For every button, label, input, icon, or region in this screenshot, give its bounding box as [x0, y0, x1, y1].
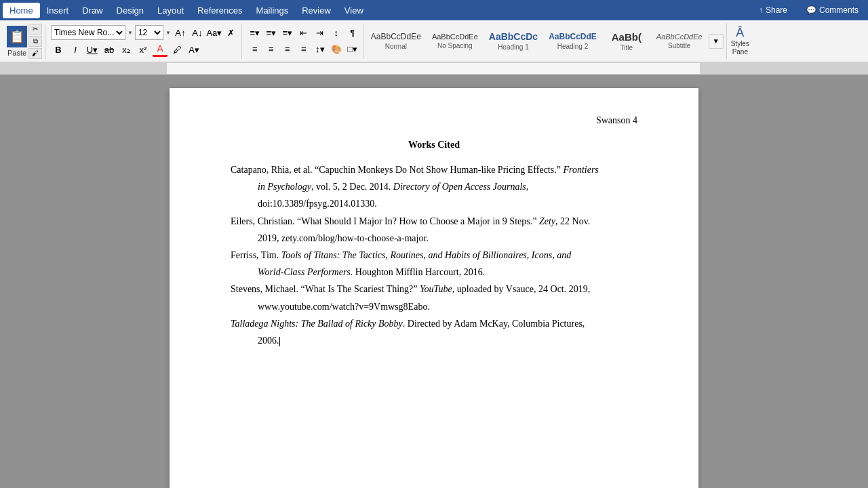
- main-area: Swanson 4 Works Cited Catapano, Rhia, et…: [0, 75, 868, 488]
- entry-3-line1: Ferriss, Tim. Tools of Titans: The Tacti…: [231, 247, 637, 264]
- style-h1-label: Heading 1: [498, 43, 529, 51]
- style-subtitle[interactable]: AaBbCcDdEe Subtitle: [652, 30, 707, 52]
- decrease-indent-button[interactable]: ⇤: [296, 26, 311, 41]
- header-text: Swanson 4: [596, 115, 637, 125]
- align-center-button[interactable]: ≡: [264, 42, 279, 57]
- style-subtitle-preview: AaBbCcDdEe: [656, 33, 703, 41]
- font-shrink-button[interactable]: A↓: [190, 25, 205, 40]
- underline-button[interactable]: U▾: [85, 42, 100, 57]
- clear-formatting-button[interactable]: ✗: [224, 25, 239, 40]
- align-left-button[interactable]: ≡: [248, 42, 262, 57]
- borders-button[interactable]: □▾: [345, 42, 360, 57]
- entry-2[interactable]: Eilers, Christian. “What Should I Major …: [231, 213, 637, 247]
- menu-layout[interactable]: Layout: [151, 3, 191, 18]
- style-title-preview: AaBb(: [612, 31, 642, 43]
- entry-3[interactable]: Ferriss, Tim. Tools of Titans: The Tacti…: [231, 247, 637, 281]
- entry-4-line1: Stevens, Michael. “What Is The Scariest …: [231, 281, 637, 298]
- menu-draw[interactable]: Draw: [75, 3, 109, 18]
- toolbar: 📋 Paste ✂ ⧉ 🖌 Times New Ro... ▼ 12 ▼ A↑ …: [0, 20, 868, 62]
- font-color-button[interactable]: A: [153, 42, 167, 57]
- paragraph-group: ≡▾ ≡▾ ≡▾ ⇤ ⇥ ↕ ¶ ≡ ≡ ≡ ≡ ↕▾ 🎨 □▾: [245, 24, 363, 59]
- increase-indent-button[interactable]: ⇥: [313, 26, 328, 41]
- clipboard-group: 📋 Paste ✂ ⧉ 🖌: [4, 24, 45, 59]
- shading-button[interactable]: 🎨: [329, 42, 344, 57]
- font-grow-button[interactable]: A↑: [173, 25, 188, 40]
- style-h2-preview: AaBbCcDdE: [549, 32, 597, 41]
- document-page[interactable]: Swanson 4 Works Cited Catapano, Rhia, et…: [170, 88, 698, 488]
- style-title-label: Title: [620, 44, 633, 52]
- entry-3-line2: World-Class Performers. Houghton Mifflin…: [231, 264, 637, 281]
- styles-pane-button[interactable]: Ā StylesPane: [726, 23, 753, 59]
- style-h2-label: Heading 2: [557, 43, 589, 50]
- align-right-button[interactable]: ≡: [280, 42, 295, 57]
- font-row2: B I U▾ ab x₂ x² A 🖊 A▾: [51, 42, 239, 57]
- paste-button[interactable]: 📋 Paste: [7, 26, 27, 57]
- menu-view[interactable]: View: [338, 3, 370, 18]
- styles-gallery: AaBbCcDdEe Normal AaBbCcDdEe No Spacing …: [366, 22, 724, 60]
- line-spacing-button[interactable]: ↕▾: [313, 42, 328, 57]
- page-header: Swanson 4: [231, 115, 637, 126]
- italic-button[interactable]: I: [68, 42, 83, 57]
- entry-5-line1: Talladega Nights: The Ballad of Ricky Bo…: [231, 315, 637, 332]
- style-normal-label: Normal: [385, 43, 407, 50]
- entry-2-line2: 2019, zety.com/blog/how-to-choose-a-majo…: [231, 230, 637, 247]
- styles-pane-icon: Ā: [736, 26, 744, 40]
- format-painter-icon[interactable]: 🖌: [28, 48, 42, 59]
- menu-references[interactable]: References: [191, 3, 249, 18]
- style-title[interactable]: AaBb( Title: [603, 29, 650, 54]
- menu-bar: Home Insert Draw Design Layout Reference…: [0, 0, 868, 20]
- paragraph-format-row: ≡▾ ≡▾ ≡▾ ⇤ ⇥ ↕ ¶ ≡ ≡ ≡ ≡ ↕▾ 🎨 □▾: [248, 26, 360, 57]
- style-normal[interactable]: AaBbCcDdEe Normal: [366, 30, 426, 52]
- entry-4-line2: www.youtube.com/watch?v=9Vmwsg8Eabo.: [231, 298, 637, 315]
- entry-1-line2: in Psychology, vol. 5, 2 Dec. 2014. Dire…: [231, 178, 637, 195]
- comments-button[interactable]: 💬 Comments: [800, 3, 865, 17]
- font-name-arrow: ▼: [127, 30, 133, 36]
- justify-button[interactable]: ≡: [296, 42, 311, 57]
- paste-icon: 📋: [7, 26, 27, 47]
- styles-pane-label: StylesPane: [731, 40, 749, 56]
- styles-gallery-more-button[interactable]: ▼: [709, 34, 724, 49]
- menu-right: ↑ Share 💬 Comments: [752, 3, 865, 17]
- multilevel-button[interactable]: ≡▾: [280, 26, 295, 41]
- menu-home[interactable]: Home: [3, 3, 40, 18]
- numbering-button[interactable]: ≡▾: [264, 26, 279, 41]
- ruler: [0, 62, 868, 75]
- style-heading1[interactable]: AaBbCcDc Heading 1: [484, 29, 542, 53]
- font-name-select[interactable]: Times New Ro...: [51, 25, 125, 40]
- show-formatting-button[interactable]: ¶: [345, 26, 360, 41]
- bullets-button[interactable]: ≡▾: [248, 26, 262, 41]
- clipboard-icons: ✂ ⧉ 🖌: [28, 24, 42, 59]
- font-controls: Times New Ro... ▼ 12 ▼ A↑ A↓ Aa▾ ✗ B I U…: [51, 25, 239, 57]
- ruler-left-margin: [0, 62, 167, 74]
- menu-insert[interactable]: Insert: [40, 3, 76, 18]
- style-no-spacing[interactable]: AaBbCcDdEe No Spacing: [427, 30, 483, 52]
- menu-mailings[interactable]: Mailings: [250, 3, 296, 18]
- entry-5[interactable]: Talladega Nights: The Ballad of Ricky Bo…: [231, 315, 637, 349]
- menu-design[interactable]: Design: [110, 3, 151, 18]
- style-heading2[interactable]: AaBbCcDdE Heading 2: [544, 30, 601, 52]
- copy-icon[interactable]: ⧉: [28, 36, 42, 47]
- comments-icon: 💬: [806, 5, 816, 15]
- style-no-spacing-preview: AaBbCcDdEe: [432, 33, 478, 41]
- change-case-button[interactable]: Aa▾: [207, 25, 222, 40]
- menu-review[interactable]: Review: [295, 3, 338, 18]
- ruler-right-margin: [700, 62, 868, 74]
- highlight-color-button[interactable]: 🖊: [170, 42, 184, 57]
- text-color-button[interactable]: A▾: [186, 42, 201, 57]
- entry-1-line3: doi:10.3389/fpsyg.2014.01330.: [231, 195, 637, 212]
- cut-icon[interactable]: ✂: [28, 24, 42, 35]
- share-button[interactable]: ↑ Share: [752, 3, 794, 17]
- entry-1[interactable]: Catapano, Rhia, et al. “Capuchin Monkeys…: [231, 161, 637, 213]
- entry-1-line1: Catapano, Rhia, et al. “Capuchin Monkeys…: [231, 161, 637, 178]
- ruler-content[interactable]: [167, 62, 700, 74]
- sort-button[interactable]: ↕: [329, 26, 344, 41]
- strikethrough-button[interactable]: ab: [102, 42, 117, 57]
- superscript-button[interactable]: x²: [136, 42, 151, 57]
- entry-4[interactable]: Stevens, Michael. “What Is The Scariest …: [231, 281, 637, 314]
- font-size-select[interactable]: 12: [135, 25, 163, 40]
- font-group: Times New Ro... ▼ 12 ▼ A↑ A↓ Aa▾ ✗ B I U…: [48, 24, 242, 59]
- text-cursor: [279, 337, 280, 346]
- font-size-arrow: ▼: [165, 30, 171, 36]
- subscript-button[interactable]: x₂: [119, 42, 134, 57]
- bold-button[interactable]: B: [51, 42, 66, 57]
